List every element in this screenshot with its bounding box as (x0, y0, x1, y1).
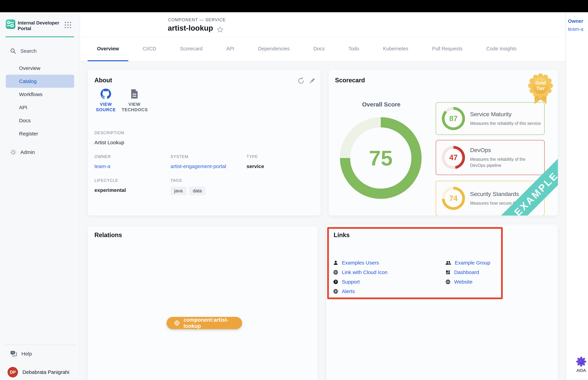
tab-api[interactable]: API (217, 37, 244, 61)
link-label: Website (454, 279, 473, 285)
sidebar-divider (4, 345, 76, 345)
tab-kubernetes[interactable]: Kubernetes (374, 37, 417, 61)
sidebar: Internal Developer Portal Search Overvie… (0, 12, 80, 380)
field-description: DESCRIPTION Artist Lookup (95, 131, 124, 145)
score-value: 74 (449, 194, 458, 203)
tab-ci-cd[interactable]: CI/CD (133, 37, 166, 61)
chip-icon (174, 320, 180, 326)
score-ring-service-maturity: 87 (442, 107, 465, 130)
owner-meta[interactable]: Owner team-a (568, 18, 583, 32)
page-title: artist-lookup (168, 24, 213, 32)
overall-score-label: Overall Score (347, 101, 415, 108)
aida-flower-icon (576, 356, 587, 367)
tab-docs[interactable]: Docs (304, 37, 334, 61)
sidebar-search[interactable]: Search (10, 46, 75, 56)
link-label: Alerts (342, 288, 355, 294)
user-name: Debabrata Panigrahi (22, 369, 69, 375)
sidebar-help-label: Help (21, 351, 32, 357)
score-item-title: DevOps (470, 147, 542, 153)
aida-widget[interactable]: AIDA (574, 356, 588, 373)
app-root: Internal Developer Portal Search Overvie… (0, 0, 588, 380)
score-item-service-maturity[interactable]: 87 Service Maturity Measures the reliabi… (436, 102, 545, 135)
document-icon (131, 89, 138, 99)
edit-pencil-icon[interactable] (308, 77, 316, 85)
view-techdocs-action[interactable]: VIEW TECHDOCS (122, 89, 147, 113)
entity-header: COMPONENT — SERVICE artist-lookup Owner … (80, 12, 566, 37)
field-lifecycle: LIFECYCLE experimental (95, 178, 126, 193)
sidebar-help[interactable]: ? Help (10, 349, 61, 359)
score-item-description: Measures the reliability of the DevOps p… (470, 156, 542, 168)
right-gutter-divider (566, 12, 566, 380)
relations-card-title: Relations (95, 231, 122, 239)
tab-pull-requests[interactable]: Pull Requests (423, 37, 472, 61)
score-value: 87 (449, 114, 458, 123)
link-alerts[interactable]: Alerts (333, 288, 387, 295)
owner-label: Owner (568, 18, 583, 24)
link-label: Support (342, 279, 360, 285)
link-link-with-cloud-icon[interactable]: Link with Cloud Icon (333, 269, 387, 276)
field-owner-value[interactable]: team-a (95, 163, 111, 169)
field-system-value[interactable]: artist-engagement-portal (171, 163, 226, 169)
search-icon (10, 48, 16, 54)
globe-icon (445, 279, 451, 285)
tab-overview[interactable]: Overview (88, 37, 128, 61)
sidebar-item-admin[interactable]: Admin (10, 148, 75, 157)
tag-java: java (171, 187, 187, 195)
portal-logo-icon[interactable] (6, 19, 15, 29)
tabs-bar: OverviewCI/CDScorecardAPIDependenciesDoc… (80, 37, 566, 62)
sidebar-item-overview[interactable]: Overview (6, 62, 74, 75)
links-card-title: Links (334, 231, 350, 239)
sidebar-user[interactable]: DP Debabrata Panigrahi (7, 367, 79, 378)
relation-chip-label: component:artist-lookup (184, 317, 242, 329)
globe-icon (333, 289, 338, 294)
view-source-label: VIEW SOURCE (93, 102, 119, 113)
link-dashboard[interactable]: Dashboard (445, 269, 490, 276)
score-item-devops[interactable]: 47 DevOps Measures the reliability of th… (436, 140, 545, 175)
tab-scorecard[interactable]: Scorecard (171, 37, 212, 61)
score-item-description: Measures the reliability of this service (470, 120, 542, 126)
refresh-icon[interactable] (297, 77, 305, 85)
apps-grid-icon[interactable] (65, 22, 71, 28)
view-source-action[interactable]: VIEW SOURCE (93, 89, 119, 113)
sidebar-item-workflows[interactable]: Workflows (6, 88, 74, 101)
globe-icon (333, 270, 338, 275)
field-lifecycle-value: experimental (95, 187, 126, 193)
field-type: TYPE service (247, 154, 264, 169)
field-system: SYSTEM artist-engagement-portal (171, 154, 226, 169)
view-techdocs-label: VIEW TECHDOCS (122, 102, 147, 113)
sidebar-item-register[interactable]: Register (6, 127, 74, 140)
sidebar-item-api[interactable]: API (6, 101, 74, 114)
owner-value[interactable]: team-a (568, 26, 583, 32)
score-ring-devops: 47 (442, 146, 465, 169)
link-support[interactable]: ? Support (333, 278, 387, 285)
field-description-value: Artist Lookup (95, 140, 124, 145)
dashboard-icon (445, 270, 451, 275)
relations-card: Relations component:artist-lookup (87, 226, 318, 380)
tag-data: data (189, 187, 206, 195)
overall-score-donut: 75 (340, 117, 422, 199)
sidebar-item-catalog[interactable]: Catalog (6, 75, 74, 88)
field-owner: OWNER team-a (95, 154, 111, 169)
field-type-label: TYPE (247, 154, 264, 159)
favorite-star-icon[interactable] (216, 26, 224, 33)
gear-icon (10, 149, 16, 155)
score-value: 47 (449, 153, 458, 162)
relation-node-chip[interactable]: component:artist-lookup (167, 317, 242, 329)
svg-text:?: ? (335, 280, 337, 284)
link-examples-users[interactable]: Examples Users (333, 259, 387, 266)
field-type-value: service (247, 163, 264, 169)
tab-code-insights[interactable]: Code Insights (477, 37, 526, 61)
badge-line2: Tier (536, 86, 545, 91)
sidebar-item-docs[interactable]: Docs (6, 114, 74, 127)
person-icon (333, 260, 338, 266)
link-example-group[interactable]: Example Group (445, 259, 490, 266)
link-website[interactable]: Website (445, 278, 490, 285)
link-label: Example Group (455, 260, 490, 266)
tab-todo[interactable]: Todo (339, 37, 369, 61)
badge-line1: Gold (535, 80, 546, 86)
field-owner-label: OWNER (95, 154, 111, 159)
help-chat-icon: ? (10, 351, 17, 357)
tab-dependencies[interactable]: Dependencies (249, 37, 299, 61)
people-icon (445, 260, 451, 266)
about-card: About VIEW SOURCE (87, 69, 321, 216)
